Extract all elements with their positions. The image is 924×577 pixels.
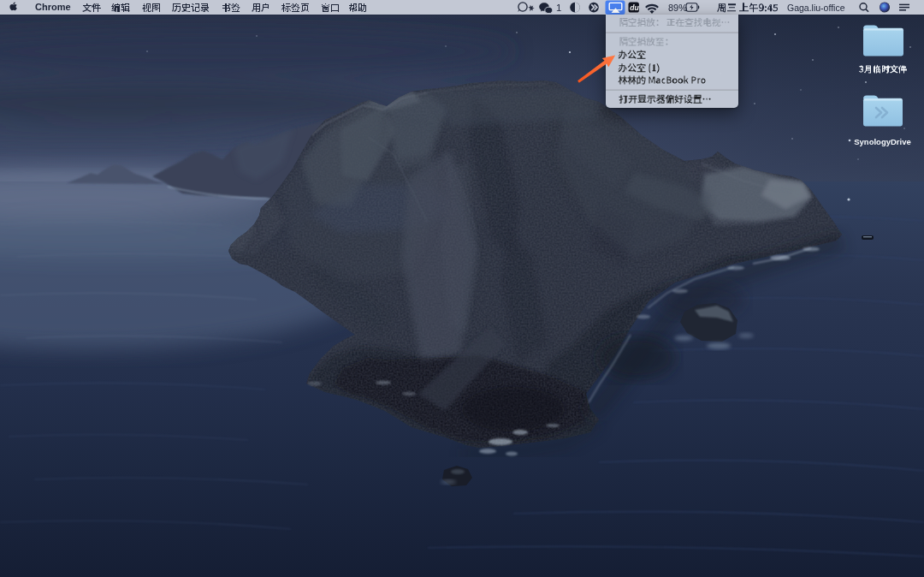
svg-text:1: 1 (556, 3, 561, 13)
svg-text:du: du (630, 3, 639, 12)
svg-text:Gaga.liu-office: Gaga.liu-office (787, 3, 845, 13)
svg-text:89%: 89% (668, 3, 687, 13)
svg-text:SynologyDrive: SynologyDrive (854, 137, 911, 146)
